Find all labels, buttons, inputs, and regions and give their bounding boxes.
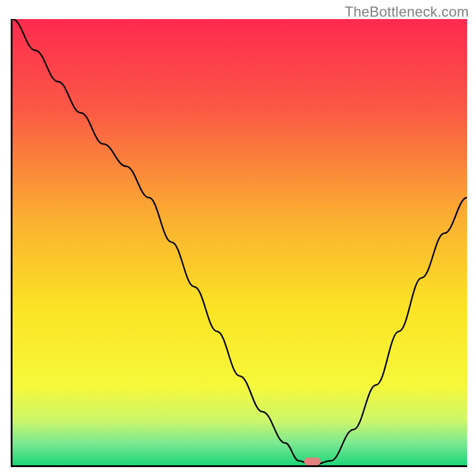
chart-svg [12, 19, 467, 465]
watermark-text: TheBottleneck.com [345, 4, 469, 20]
gradient-rect [12, 19, 467, 465]
chart-frame: TheBottleneck.com [0, 0, 476, 476]
plot-area [11, 19, 467, 467]
optimal-point-marker [304, 458, 321, 465]
